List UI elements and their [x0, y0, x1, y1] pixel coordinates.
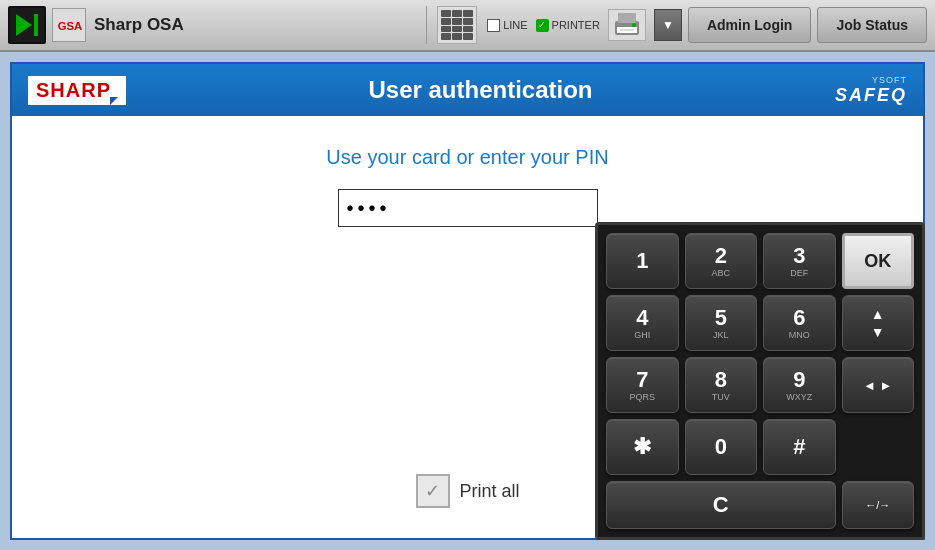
sharp-logo: SHARP	[28, 76, 126, 105]
numpad-backspace-button[interactable]: ←/→	[842, 481, 915, 529]
status-indicators: LINE ✓ PRINTER ▼	[487, 9, 682, 41]
safeq-logo: YSOFT SAFEQ	[835, 75, 907, 106]
sharp-osa-app-icon	[8, 6, 46, 44]
key-star-digit: ✱	[633, 436, 651, 458]
line-indicator: LINE	[487, 19, 527, 32]
svg-text:GSA: GSA	[58, 20, 82, 32]
job-status-button[interactable]: Job Status	[817, 7, 927, 43]
key-3-digit: 3	[793, 245, 805, 267]
numpad-arrow-left-right[interactable]: ◄ ►	[842, 357, 915, 413]
clear-label: C	[713, 494, 729, 516]
numpad-key-star[interactable]: ✱	[606, 419, 679, 475]
key-9-digit: 9	[793, 369, 805, 391]
printer-label: PRINTER	[552, 19, 600, 31]
key-4-digit: 4	[636, 307, 648, 329]
key-3-sub: DEF	[790, 268, 808, 278]
svg-point-10	[632, 23, 636, 27]
numpad-key-hash[interactable]: #	[763, 419, 836, 475]
key-6-sub: MNO	[789, 330, 810, 340]
line-checkbox	[487, 19, 500, 32]
svg-rect-7	[618, 13, 636, 23]
key-5-digit: 5	[715, 307, 727, 329]
admin-login-button[interactable]: Admin Login	[688, 7, 812, 43]
numpad-key-1[interactable]: 1	[606, 233, 679, 289]
key-4-sub: GHI	[634, 330, 650, 340]
auth-header: SHARP User authentication YSOFT SAFEQ	[12, 64, 923, 116]
auth-body: Use your card or enter your PIN ✓ Print …	[12, 116, 923, 538]
numpad-key-4[interactable]: 4 GHI	[606, 295, 679, 351]
safeq-label: SAFEQ	[835, 85, 907, 106]
dropdown-arrow-button[interactable]: ▼	[654, 9, 682, 41]
svg-rect-3	[34, 14, 38, 36]
sharp-logo-text: SHARP	[36, 79, 111, 102]
left-right-arrow-icon: ◄ ►	[863, 378, 892, 393]
numpad-key-6[interactable]: 6 MNO	[763, 295, 836, 351]
keypad-shortcut-icon[interactable]	[437, 6, 477, 44]
separator	[426, 6, 427, 44]
key-8-digit: 8	[715, 369, 727, 391]
checkmark-icon: ✓	[425, 480, 440, 502]
up-down-arrow-icon: ▲ ▼	[871, 306, 885, 340]
main-content: SHARP User authentication YSOFT SAFEQ Us…	[0, 52, 935, 550]
pin-input[interactable]	[338, 189, 598, 227]
key-7-digit: 7	[636, 369, 648, 391]
numpad-key-2[interactable]: 2 ABC	[685, 233, 758, 289]
key-8-sub: TUV	[712, 392, 730, 402]
app-name-label: Sharp OSA	[94, 15, 184, 35]
sharp-logo-corner-decoration	[110, 97, 118, 105]
print-all-area: ✓ Print all	[415, 474, 519, 508]
svg-rect-9	[620, 29, 634, 31]
numpad-key-5[interactable]: 5 JKL	[685, 295, 758, 351]
key-6-digit: 6	[793, 307, 805, 329]
top-bar: GSA Sharp OSA LINE ✓ PRINTER	[0, 0, 935, 52]
key-7-sub: PQRS	[629, 392, 655, 402]
auth-panel: SHARP User authentication YSOFT SAFEQ Us…	[10, 62, 925, 540]
numpad-ok-button[interactable]: OK	[842, 233, 915, 289]
numpad-arrow-up-down[interactable]: ▲ ▼	[842, 295, 915, 351]
printer-status-icon: ✓	[536, 19, 549, 32]
printer-icon	[608, 9, 646, 41]
key-2-digit: 2	[715, 245, 727, 267]
printer-indicator: ✓ PRINTER	[536, 19, 600, 32]
numpad-key-0[interactable]: 0	[685, 419, 758, 475]
gsa-icon: GSA	[52, 8, 86, 42]
key-hash-digit: #	[793, 436, 805, 458]
numpad-key-9[interactable]: 9 WXYZ	[763, 357, 836, 413]
ysoft-label: YSOFT	[872, 75, 907, 85]
numpad-clear-button[interactable]: C	[606, 481, 836, 529]
key-2-sub: ABC	[711, 268, 730, 278]
print-all-label: Print all	[459, 481, 519, 502]
backspace-icon: ←/→	[865, 499, 890, 511]
key-9-sub: WXYZ	[786, 392, 812, 402]
pin-prompt-text: Use your card or enter your PIN	[326, 146, 608, 169]
print-all-checkbox[interactable]: ✓	[415, 474, 449, 508]
numpad: 1 2 ABC 3 DEF OK 4 GHI	[595, 222, 925, 540]
line-label: LINE	[503, 19, 527, 31]
key-1-digit: 1	[636, 250, 648, 272]
ok-label: OK	[864, 251, 891, 272]
key-5-sub: JKL	[713, 330, 729, 340]
numpad-key-8[interactable]: 8 TUV	[685, 357, 758, 413]
numpad-key-3[interactable]: 3 DEF	[763, 233, 836, 289]
auth-title: User authentication	[126, 76, 835, 104]
logo-area: GSA Sharp OSA	[8, 6, 416, 44]
numpad-spacer	[842, 419, 915, 475]
key-0-digit: 0	[715, 436, 727, 458]
numpad-key-7[interactable]: 7 PQRS	[606, 357, 679, 413]
